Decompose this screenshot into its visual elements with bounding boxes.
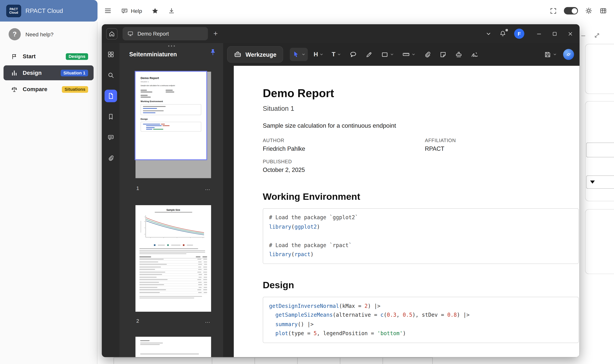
comments-button[interactable] (105, 131, 117, 144)
attachments-button[interactable] (105, 152, 117, 164)
select-tool-button[interactable] (290, 48, 308, 61)
text-line (198, 269, 202, 270)
minimize-button[interactable] (536, 31, 542, 37)
code-token: library (269, 223, 291, 230)
chevron-down-icon (411, 52, 415, 56)
sidebar-item-design[interactable]: Design Situation 1 (3, 65, 93, 80)
thumbnail-2-more-button[interactable]: … (205, 317, 211, 324)
background-collapse-icon[interactable] (580, 33, 586, 39)
code-token: ( (291, 251, 295, 257)
need-help-row[interactable]: ? Need help? (0, 22, 97, 40)
code-token: rpact (294, 251, 310, 257)
published-label: PUBLISHED (263, 159, 579, 165)
maximize-button[interactable] (552, 31, 558, 37)
thumbnail-page-2[interactable]: Sample Size (136, 205, 211, 312)
stamp-tool-button[interactable] (453, 48, 465, 61)
download-button[interactable] (168, 7, 175, 14)
author-label: AUTHOR (263, 138, 425, 143)
viewer-icon-strip (102, 43, 119, 357)
table-header-row (139, 256, 207, 258)
window-title-bar: Demo Report + F (102, 24, 579, 43)
code-token: , (396, 312, 403, 318)
legend-swatch (154, 244, 155, 246)
sticker-tool-button[interactable] (437, 48, 449, 61)
code-token (269, 321, 275, 327)
save-button[interactable] (541, 48, 559, 61)
background-expand-icon[interactable] (594, 32, 600, 39)
window-controls (536, 31, 573, 37)
top-bar: PACT Cloud RPACT Cloud Help (0, 0, 614, 22)
text-line (141, 97, 151, 97)
paperclip-icon (107, 155, 114, 162)
text-line (197, 259, 201, 260)
fullscreen-button[interactable] (550, 7, 557, 14)
tools-menu-button[interactable]: Werkzeuge (227, 46, 283, 63)
text-line (166, 90, 173, 91)
hamburger-icon (104, 7, 112, 15)
signature-tool-button[interactable] (468, 48, 481, 61)
favorite-button[interactable] (152, 7, 159, 14)
thumbnails-panel-title: Seitenminiaturen (129, 51, 177, 58)
user-avatar[interactable]: F (514, 29, 524, 39)
code-token (269, 330, 275, 337)
notifications-button[interactable] (499, 30, 506, 37)
fragment-dropdown[interactable] (586, 175, 614, 189)
comment-icon (107, 134, 114, 141)
code-token: ) (310, 251, 314, 257)
pen-tool-button[interactable] (363, 48, 375, 61)
text-line (139, 289, 166, 290)
panel-drag-handle[interactable] (168, 45, 175, 47)
home-button[interactable] (106, 28, 118, 39)
document-tab[interactable]: Demo Report (122, 27, 208, 40)
text-line (141, 91, 152, 92)
text-line (139, 284, 164, 285)
designs-badge: Designs (66, 53, 88, 60)
paperclip-icon (424, 51, 431, 58)
notification-dot (506, 29, 508, 31)
sidebar-item-compare[interactable]: Compare Situations (3, 82, 93, 97)
download-icon (168, 7, 175, 14)
page-icon (107, 92, 114, 100)
attach-tool-button[interactable] (421, 48, 433, 61)
grid-view-button[interactable] (600, 7, 607, 15)
ai-assistant-button[interactable] (563, 49, 574, 60)
help-button[interactable]: Help (121, 7, 142, 14)
fragment-input[interactable] (586, 143, 614, 157)
sidebar-nav: Start Designs Design Situation 1 Compare… (0, 49, 97, 97)
topbar-left-actions: Help (104, 0, 175, 22)
thumbnails-panel: Seitenminiaturen Demo Report Situation 1… (119, 43, 223, 357)
new-tab-button[interactable]: + (213, 29, 218, 38)
heading-tool-button[interactable]: H (311, 48, 326, 61)
chevron-down-icon (553, 52, 557, 56)
text-line (140, 340, 150, 341)
shape-tool-button[interactable] (379, 48, 396, 61)
text-line (143, 110, 164, 111)
pin-panel-button[interactable] (209, 49, 217, 56)
sidebar-item-start[interactable]: Start Designs (3, 49, 93, 64)
fragment-table-border (432, 357, 433, 364)
tab-menu-button[interactable] (485, 31, 492, 37)
measure-tool-button[interactable] (400, 48, 418, 61)
text-line (203, 259, 207, 260)
hamburger-menu-button[interactable] (104, 7, 112, 15)
apps-grid-button[interactable] (105, 48, 117, 61)
text-tool-button[interactable]: T (329, 48, 343, 61)
text-line (140, 344, 160, 345)
code-token: getSampleSizeMeans (275, 312, 333, 318)
ruler-icon (402, 51, 410, 58)
code-line: # Load the package `ggplot2` (269, 213, 573, 222)
ai-swirl-icon (565, 51, 572, 58)
thumbnail-page-3[interactable] (136, 337, 211, 357)
theme-toggle[interactable] (564, 7, 578, 15)
search-button[interactable] (105, 69, 117, 81)
settings-button[interactable] (585, 7, 592, 15)
bookmarks-button[interactable] (105, 110, 117, 123)
thumbnail-1-more-button[interactable]: … (205, 185, 211, 191)
thumbnail-page-1[interactable]: Demo Report Situation 1 Sample size calc… (136, 72, 211, 178)
close-button[interactable] (567, 31, 574, 37)
text-line (139, 253, 186, 254)
document-viewport[interactable]: Demo Report Situation 1 Sample size calc… (223, 66, 580, 357)
comment-tool-button[interactable] (347, 48, 359, 61)
page-thumbnails-button[interactable] (105, 90, 117, 102)
text-line (140, 343, 163, 343)
